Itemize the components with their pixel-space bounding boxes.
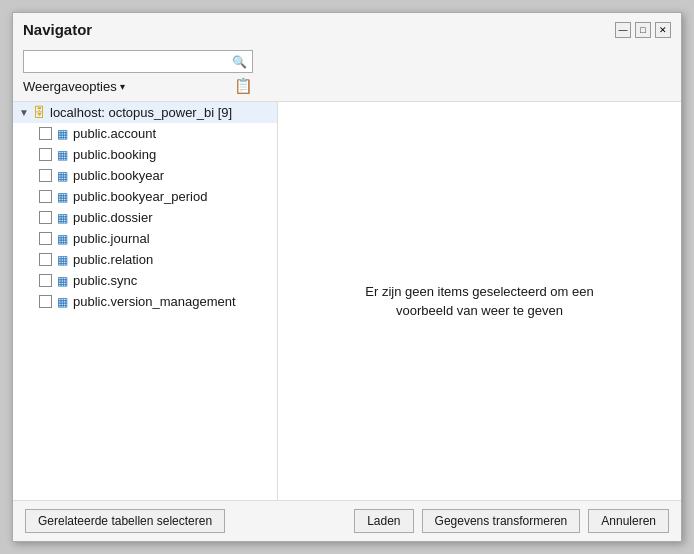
item-checkbox[interactable]: [39, 274, 52, 287]
item-label: public.booking: [73, 147, 156, 162]
footer-right: Laden Gegevens transformeren Annuleren: [354, 509, 669, 533]
cancel-button[interactable]: Annuleren: [588, 509, 669, 533]
item-label: public.account: [73, 126, 156, 141]
search-input[interactable]: [24, 51, 227, 72]
item-checkbox[interactable]: [39, 295, 52, 308]
list-item[interactable]: ▦ public.bookyear_period: [13, 186, 277, 207]
item-label: public.bookyear: [73, 168, 164, 183]
list-item[interactable]: ▦ public.version_management: [13, 291, 277, 312]
list-item[interactable]: ▦ public.journal: [13, 228, 277, 249]
transform-button[interactable]: Gegevens transformeren: [422, 509, 581, 533]
related-tables-button[interactable]: Gerelateerde tabellen selecteren: [25, 509, 225, 533]
navigator-window: Navigator — □ ✕ 🔍 Weergaveopties ▾ 📋: [12, 12, 682, 542]
list-item[interactable]: ▦ public.account: [13, 123, 277, 144]
item-label: public.sync: [73, 273, 137, 288]
item-label: public.journal: [73, 231, 150, 246]
window-title: Navigator: [23, 21, 92, 38]
item-checkbox[interactable]: [39, 169, 52, 182]
item-checkbox[interactable]: [39, 190, 52, 203]
server-label: localhost: octopus_power_bi [9]: [50, 105, 232, 120]
item-label: public.version_management: [73, 294, 236, 309]
table-icon: ▦: [57, 148, 68, 162]
empty-message: Er zijn geen items geselecteerd om een v…: [340, 282, 620, 321]
footer-left: Gerelateerde tabellen selecteren: [25, 509, 225, 533]
table-icon: ▦: [57, 127, 68, 141]
table-icon: ▦: [57, 253, 68, 267]
server-icon: 🗄: [33, 105, 46, 120]
table-icon: ▦: [57, 190, 68, 204]
item-label: public.bookyear_period: [73, 189, 207, 204]
list-item[interactable]: ▦ public.sync: [13, 270, 277, 291]
right-panel: Er zijn geen items geselecteerd om een v…: [278, 102, 681, 500]
window-controls: — □ ✕: [615, 22, 671, 38]
table-icon: ▦: [57, 295, 68, 309]
table-icon: ▦: [57, 169, 68, 183]
footer: Gerelateerde tabellen selecteren Laden G…: [13, 500, 681, 541]
table-icon: ▦: [57, 211, 68, 225]
list-item[interactable]: ▦ public.relation: [13, 249, 277, 270]
weergave-arrow-icon: ▾: [120, 81, 125, 92]
search-icon: 🔍: [227, 52, 252, 72]
list-item[interactable]: ▦ public.bookyear: [13, 165, 277, 186]
weergave-label: Weergaveopties: [23, 79, 117, 94]
item-checkbox[interactable]: [39, 127, 52, 140]
options-row: Weergaveopties ▾ 📋: [23, 77, 253, 95]
table-icon: ▦: [57, 274, 68, 288]
item-label: public.dossier: [73, 210, 153, 225]
left-panel: ▼ 🗄 localhost: octopus_power_bi [9] ▦ pu…: [13, 102, 278, 500]
content-area: 🔍 Weergaveopties ▾ 📋 ▼ 🗄 localhost: octo…: [13, 44, 681, 500]
load-button[interactable]: Laden: [354, 509, 413, 533]
server-node[interactable]: ▼ 🗄 localhost: octopus_power_bi [9]: [13, 102, 277, 123]
item-checkbox[interactable]: [39, 211, 52, 224]
item-checkbox[interactable]: [39, 253, 52, 266]
table-icon: ▦: [57, 232, 68, 246]
minimize-button[interactable]: —: [615, 22, 631, 38]
title-bar: Navigator — □ ✕: [13, 13, 681, 44]
tree-collapse-icon: ▼: [19, 107, 29, 118]
import-icon[interactable]: 📋: [234, 77, 253, 95]
close-button[interactable]: ✕: [655, 22, 671, 38]
restore-button[interactable]: □: [635, 22, 651, 38]
item-label: public.relation: [73, 252, 153, 267]
list-item[interactable]: ▦ public.dossier: [13, 207, 277, 228]
list-item[interactable]: ▦ public.booking: [13, 144, 277, 165]
search-row: 🔍: [23, 50, 253, 73]
item-checkbox[interactable]: [39, 148, 52, 161]
item-checkbox[interactable]: [39, 232, 52, 245]
weergave-button[interactable]: Weergaveopties ▾: [23, 79, 125, 94]
top-bar: 🔍 Weergaveopties ▾ 📋: [13, 44, 681, 101]
main-area: ▼ 🗄 localhost: octopus_power_bi [9] ▦ pu…: [13, 101, 681, 500]
